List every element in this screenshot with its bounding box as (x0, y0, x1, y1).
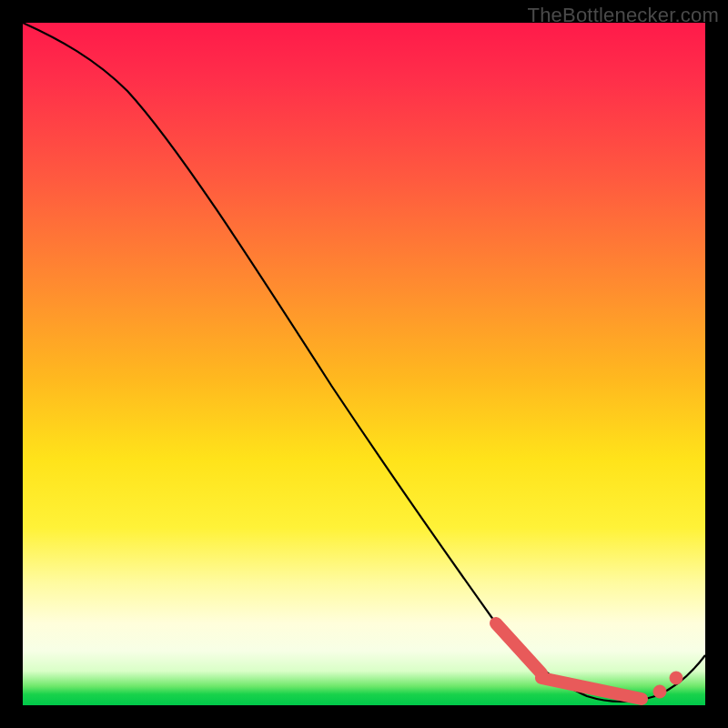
bottleneck-curve (23, 23, 705, 702)
watermark-text: TheBottlenecker.com (528, 4, 719, 27)
highlight-dot (670, 672, 682, 684)
chart-frame: TheBottlenecker.com (0, 0, 728, 728)
highlight-segment-left (496, 623, 541, 673)
curve-layer (23, 23, 705, 705)
highlight-segment-flat (541, 678, 642, 699)
plot-area (23, 23, 705, 705)
highlight-dot (653, 685, 666, 698)
